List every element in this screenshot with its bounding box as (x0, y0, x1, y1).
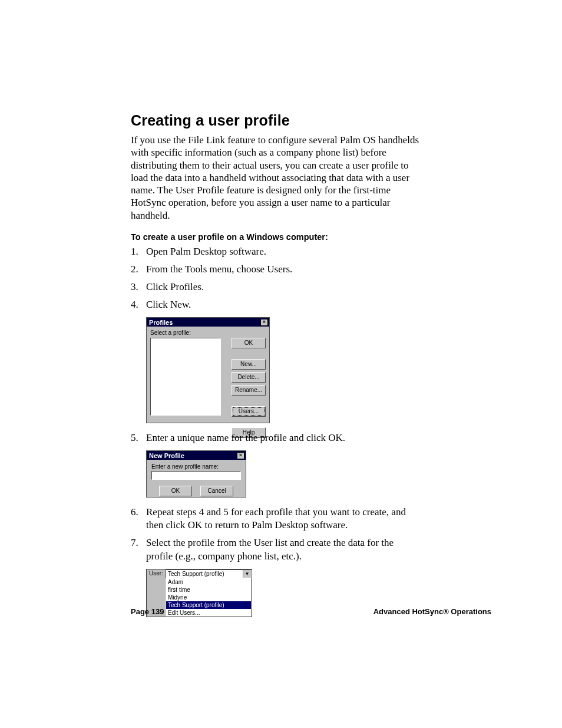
profiles-dialog-figure: Profiles × Select a profile: OK New... D… (146, 317, 491, 423)
step-7: Select the profile from the User list an… (131, 536, 419, 562)
delete-button[interactable]: Delete... (232, 372, 266, 383)
procedure-list-cont-1: Enter a unique name for the profile and … (131, 431, 491, 444)
rename-button[interactable]: Rename... (232, 385, 266, 396)
new-profile-dialog-titlebar: New Profile × (147, 451, 246, 460)
select-profile-label: Select a profile: (150, 330, 266, 336)
procedure-list: Open Palm Desktop software. From the Too… (131, 245, 491, 311)
step-3: Click Profiles. (131, 281, 419, 294)
new-profile-dialog: New Profile × Enter a new profile name: … (146, 450, 246, 498)
step-5: Enter a unique name for the profile and … (131, 431, 419, 444)
procedure-subheading: To create a user profile on a Windows co… (131, 232, 491, 242)
footer-page-number: Page 139 (131, 607, 164, 616)
ok-button[interactable]: OK (232, 338, 266, 348)
section-heading: Creating a user profile (131, 112, 491, 129)
user-option-midyne[interactable]: Midyne (166, 594, 252, 601)
user-combobox[interactable]: Tech Support (profile) ▼ (166, 569, 252, 578)
profile-name-input[interactable] (151, 471, 241, 480)
user-label: User: (147, 569, 166, 578)
step-6: Repeat steps 4 and 5 for each profile th… (131, 506, 419, 532)
close-icon[interactable]: × (237, 452, 244, 459)
profiles-dialog-titlebar: Profiles × (147, 318, 269, 327)
user-option-adam[interactable]: Adam (166, 578, 252, 586)
new-button[interactable]: New... (232, 359, 266, 370)
procedure-list-cont-2: Repeat steps 4 and 5 for each profile th… (131, 506, 491, 562)
chevron-down-icon[interactable]: ▼ (243, 570, 251, 578)
profile-listbox[interactable] (150, 338, 221, 416)
users-button[interactable]: Users... (232, 406, 266, 417)
close-icon[interactable]: × (260, 319, 268, 326)
ok-button[interactable]: OK (159, 486, 192, 496)
user-option-firsttime[interactable]: first time (166, 586, 252, 594)
cancel-button[interactable]: Cancel (200, 486, 233, 496)
step-2: From the Tools menu, choose Users. (131, 263, 419, 276)
step-1: Open Palm Desktop software. (131, 245, 419, 258)
new-profile-prompt: Enter a new profile name: (151, 463, 241, 470)
page-footer: Page 139 Advanced HotSync® Operations (131, 607, 491, 616)
profiles-dialog-title: Profiles (149, 319, 173, 326)
profiles-dialog: Profiles × Select a profile: OK New... D… (146, 317, 270, 423)
new-profile-dialog-title: New Profile (149, 452, 184, 459)
user-combobox-value: Tech Support (profile) (166, 570, 243, 578)
new-profile-dialog-figure: New Profile × Enter a new profile name: … (146, 450, 491, 498)
footer-chapter-title: Advanced HotSync® Operations (373, 607, 491, 616)
step-4: Click New. (131, 298, 419, 311)
intro-paragraph: If you use the File Link feature to conf… (131, 134, 419, 222)
